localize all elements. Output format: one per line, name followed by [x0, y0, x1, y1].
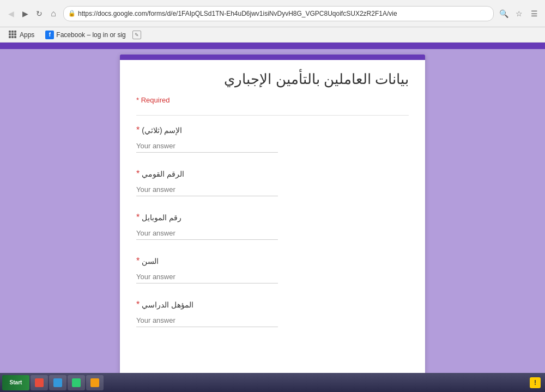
national-id-label-text: الرقم القومي: [142, 170, 184, 178]
lock-icon: 🔒: [68, 10, 76, 17]
field-education: المؤهل الدراسي *: [136, 300, 409, 327]
browser-toolbar: ◀ ▶ ↻ ⌂ 🔒 https://docs.google.com/forms/…: [0, 0, 545, 27]
field-national-id: الرقم القومي *: [136, 169, 409, 196]
education-label: المؤهل الدراسي *: [136, 300, 409, 310]
menu-button[interactable]: ☰: [528, 7, 541, 20]
facebook-label: Facebook – log in or sig: [56, 31, 125, 39]
mobile-input[interactable]: [136, 227, 278, 240]
taskbar-item-3[interactable]: [68, 375, 85, 390]
age-input[interactable]: [136, 270, 278, 284]
divider-line: [136, 115, 409, 116]
taskbar-item-4[interactable]: [86, 375, 104, 390]
required-star-4: *: [136, 256, 140, 266]
page-content: بيانات العاملين بالتأمين الإجباري * Requ…: [0, 49, 545, 392]
taskbar-item-icon-2: [53, 378, 62, 387]
required-star-2: *: [136, 169, 140, 179]
bookmarks-bar: Apps f Facebook – log in or sig ✎: [0, 27, 545, 43]
notification-icon[interactable]: !: [530, 377, 541, 388]
taskbar-item-1[interactable]: [31, 375, 48, 390]
mobile-label-text: رقم الموبايل: [142, 213, 181, 222]
national-id-input[interactable]: [136, 183, 278, 196]
form-top-bar: [120, 55, 425, 60]
required-star-5: *: [136, 300, 140, 310]
field-mobile: رقم الموبايل *: [136, 213, 409, 240]
taskbar-item-icon-1: [35, 378, 44, 387]
form-title: بيانات العاملين بالتأمين الإجباري: [136, 71, 409, 88]
full-name-input[interactable]: [136, 140, 278, 153]
bookmark-star-button[interactable]: ☆: [512, 7, 525, 20]
field-age: السن *: [136, 256, 409, 284]
age-label-text: السن: [142, 257, 159, 266]
reload-button[interactable]: ↻: [33, 7, 46, 20]
required-star-1: *: [136, 125, 140, 135]
taskbar-item-icon-4: [90, 378, 99, 387]
apps-label: Apps: [20, 31, 34, 39]
back-button[interactable]: ◀: [4, 7, 17, 20]
start-button[interactable]: Start: [2, 375, 29, 390]
form-body: بيانات العاملين بالتأمين الإجباري * Requ…: [120, 60, 425, 360]
facebook-bookmark[interactable]: f Facebook – log in or sig: [41, 29, 130, 40]
taskbar-item-2[interactable]: [49, 375, 66, 390]
bookmark-edit-icon[interactable]: ✎: [132, 31, 141, 39]
required-note: * Required: [136, 96, 409, 104]
address-bar[interactable]: 🔒 https://docs.google.com/forms/d/e/1FAI…: [63, 6, 494, 21]
full-name-label-text: الإسم (ثلاثي): [142, 126, 182, 135]
nav-buttons: ◀ ▶ ↻ ⌂: [4, 7, 60, 20]
url-text: https://docs.google.com/forms/d/e/1FAIpQ…: [78, 10, 489, 17]
national-id-label: الرقم القومي *: [136, 169, 409, 179]
education-label-text: المؤهل الدراسي: [142, 300, 193, 309]
home-button[interactable]: ⌂: [47, 7, 60, 20]
education-input[interactable]: [136, 314, 278, 327]
taskbar-right: !: [530, 377, 543, 388]
zoom-button[interactable]: 🔍: [497, 7, 510, 20]
full-name-label: الإسم (ثلاثي) *: [136, 125, 409, 135]
facebook-favicon: f: [45, 31, 54, 39]
taskbar: Start !: [0, 373, 545, 392]
page-header-bar: [0, 43, 545, 49]
start-label: Start: [10, 379, 22, 385]
apps-bookmark[interactable]: Apps: [4, 29, 39, 40]
toolbar-right: 🔍 ☆ ☰: [497, 7, 541, 20]
taskbar-item-icon-3: [72, 378, 81, 387]
field-full-name: الإسم (ثلاثي) *: [136, 125, 409, 153]
mobile-label: رقم الموبايل *: [136, 213, 409, 222]
form-container: بيانات العاملين بالتأمين الإجباري * Requ…: [120, 55, 425, 392]
browser-frame: ◀ ▶ ↻ ⌂ 🔒 https://docs.google.com/forms/…: [0, 0, 545, 392]
age-label: السن *: [136, 256, 409, 266]
apps-grid-icon: [9, 31, 17, 39]
forward-button[interactable]: ▶: [19, 7, 32, 20]
required-star-3: *: [136, 213, 140, 222]
